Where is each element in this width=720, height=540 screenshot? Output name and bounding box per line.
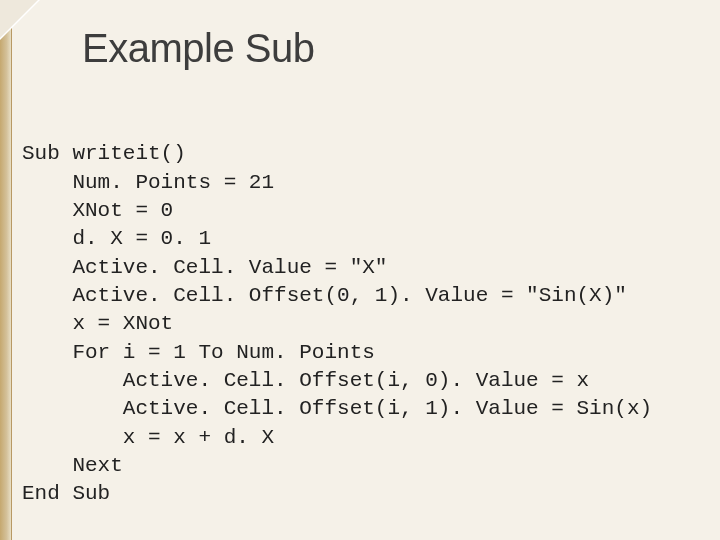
- code-line: Active. Cell. Offset(0, 1). Value = "Sin…: [22, 284, 627, 307]
- code-line: XNot = 0: [22, 199, 173, 222]
- code-line: Active. Cell. Offset(i, 1). Value = Sin(…: [22, 397, 652, 420]
- code-line: Active. Cell. Offset(i, 0). Value = x: [22, 369, 589, 392]
- code-line: x = x + d. X: [22, 426, 274, 449]
- code-line: d. X = 0. 1: [22, 227, 211, 250]
- corner-fold-shadow: [0, 0, 38, 38]
- code-line: Next: [22, 454, 123, 477]
- code-line: x = XNot: [22, 312, 173, 335]
- code-line: Sub writeit(): [22, 142, 186, 165]
- code-line: End Sub: [22, 482, 110, 505]
- code-line: For i = 1 To Num. Points: [22, 341, 375, 364]
- code-line: Num. Points = 21: [22, 171, 274, 194]
- slide-left-border: [0, 0, 12, 540]
- code-block: Sub writeit() Num. Points = 21 XNot = 0 …: [22, 112, 652, 509]
- slide-title: Example Sub: [82, 26, 314, 71]
- code-line: Active. Cell. Value = "X": [22, 256, 387, 279]
